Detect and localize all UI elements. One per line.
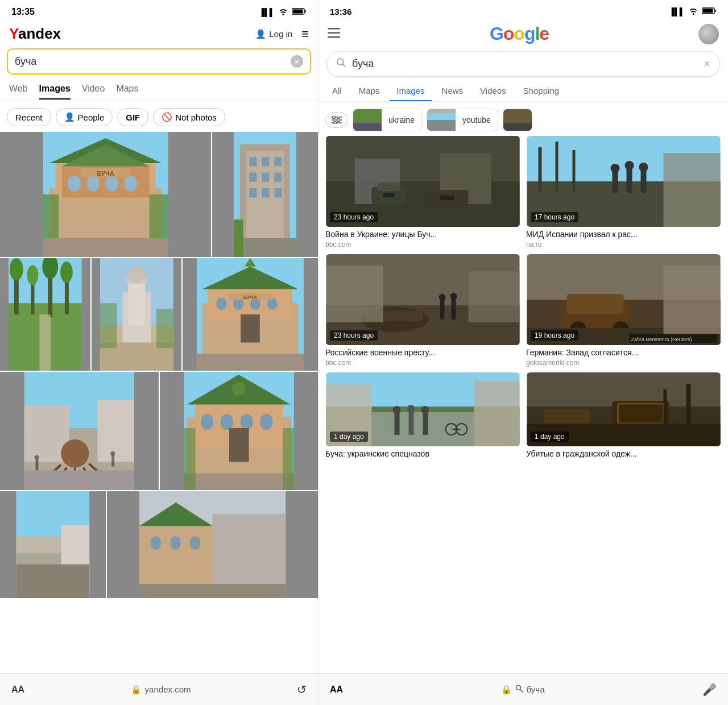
image-row-1: БУЧА (0, 132, 318, 257)
chip-not-photos[interactable]: 🚫 Not photos (153, 108, 225, 126)
svg-point-78 (231, 382, 245, 396)
yandex-status-icons: ▐▌▌ (259, 7, 307, 17)
login-label: Log in (269, 29, 292, 39)
news-image-4: Zahra Bensemra (Reuters) 19 hours ago (526, 254, 721, 345)
tab-videos[interactable]: Videos (473, 81, 513, 101)
tab-video[interactable]: Video (82, 80, 105, 99)
yandex-time: 13:35 (11, 7, 35, 17)
yandex-search-bar[interactable]: × (7, 48, 311, 74)
svg-rect-84 (184, 473, 293, 490)
google-search-input[interactable] (352, 58, 704, 70)
yandex-logo-y: Y (9, 25, 18, 42)
chip-people-label: People (78, 113, 105, 122)
image-cell-park[interactable] (0, 258, 92, 371)
news-timestamp-5: 1 day ago (330, 432, 368, 442)
hamburger-menu[interactable] (328, 27, 340, 42)
news-card-6[interactable]: 1 day ago Убитые в гражданской одеж... (526, 372, 721, 459)
tab-maps[interactable]: Maps (352, 81, 387, 101)
chip-recent[interactable]: Recent (7, 108, 51, 126)
svg-point-149 (450, 293, 457, 300)
image-cell-partial1[interactable] (0, 491, 107, 598)
svg-line-106 (343, 64, 346, 67)
news-card-1[interactable]: 23 hours ago Война в Украине: улицы Буч.… (325, 136, 520, 248)
svg-rect-155 (567, 294, 624, 314)
image-cell-station2[interactable]: БУЧА (183, 258, 318, 371)
svg-rect-28 (275, 188, 282, 198)
news-card-2[interactable]: 17 hours ago МИД Испании призвал к рас..… (526, 136, 721, 248)
image-cell-column[interactable] (92, 258, 183, 371)
svg-rect-182 (686, 384, 691, 435)
tab-images[interactable]: Images (390, 81, 431, 101)
yandex-logo: Yandex (9, 25, 61, 43)
image-cell-street[interactable] (0, 372, 160, 490)
image-row-4 (0, 490, 318, 598)
news-image-2: 17 hours ago (526, 136, 721, 227)
font-size-control-g[interactable]: AA (330, 685, 343, 695)
image-cell-partial2[interactable] (107, 491, 318, 598)
url-text: yandex.com (145, 685, 191, 694)
chip-people[interactable]: 👤 People (56, 108, 113, 126)
news-timestamp-3: 23 hours ago (330, 330, 378, 341)
menu-icon[interactable]: ≡ (301, 27, 309, 42)
people-icon: 👤 (64, 112, 75, 122)
svg-rect-166 (474, 381, 520, 446)
login-button[interactable]: 👤 Log in (255, 29, 292, 39)
news-card-4[interactable]: Zahra Bensemra (Reuters) 19 hours ago Ге… (526, 254, 721, 367)
yandex-clear-button[interactable]: × (291, 55, 303, 68)
svg-point-68 (61, 439, 89, 468)
news-image-1: 23 hours ago (325, 136, 520, 227)
svg-rect-103 (328, 32, 340, 34)
svg-rect-126 (378, 183, 400, 191)
svg-point-110 (333, 116, 336, 119)
google-clear-button[interactable]: × (704, 57, 710, 70)
svg-rect-45 (128, 281, 145, 326)
image-row-3 (0, 371, 318, 490)
signal-icon: ▐▌▌ (669, 7, 685, 16)
microphone-button[interactable]: 🎤 (702, 683, 717, 696)
image-cell-station-main[interactable]: БУЧА (0, 132, 212, 257)
yandex-nav-tabs: Web Images Video Maps (0, 80, 318, 100)
yandex-status-bar: 13:35 ▐▌▌ (0, 0, 318, 22)
svg-rect-119 (503, 123, 532, 131)
news-source-1: bbc.com (325, 240, 520, 248)
svg-rect-85 (184, 428, 195, 490)
news-source-3: bbc.com (325, 359, 520, 367)
google-o1: o (503, 23, 514, 44)
user-avatar[interactable] (698, 24, 719, 44)
tab-web[interactable]: Web (9, 80, 28, 99)
chip-ukraine[interactable]: ukraine (353, 109, 422, 131)
chip-ukraine-label: ukraine (382, 115, 421, 125)
svg-point-172 (421, 406, 429, 414)
image-row-2: БУЧА (0, 257, 318, 371)
tab-shopping[interactable]: Shopping (516, 81, 566, 101)
svg-rect-63 (197, 354, 304, 371)
yandex-header-right: 👤 Log in ≡ (255, 27, 309, 42)
svg-rect-183 (664, 389, 667, 435)
svg-rect-148 (452, 298, 456, 320)
chip-third[interactable] (503, 109, 532, 131)
tab-images[interactable]: Images (39, 80, 71, 99)
image-cell-apartment[interactable] (212, 132, 318, 257)
chip-youtube-image (427, 109, 456, 131)
svg-line-185 (520, 690, 523, 692)
image-cell-station3[interactable] (160, 372, 318, 490)
chip-gif[interactable]: GIF (117, 108, 148, 126)
user-icon: 👤 (255, 29, 266, 39)
news-card-3[interactable]: 23 hours ago Российские военные престу..… (325, 254, 520, 367)
news-card-5[interactable]: 1 day ago Буча: украинские спецназов (325, 372, 520, 459)
svg-rect-80 (221, 414, 233, 430)
font-size-control[interactable]: AA (11, 685, 24, 695)
chip-youtube[interactable]: youtube (427, 109, 498, 131)
svg-rect-134 (573, 150, 576, 193)
svg-rect-70 (35, 459, 38, 471)
refresh-button[interactable]: ↺ (297, 683, 307, 696)
yandex-search-input[interactable] (15, 56, 291, 68)
tab-maps[interactable]: Maps (116, 80, 138, 99)
svg-rect-26 (250, 188, 257, 198)
google-search-bar[interactable]: × (326, 51, 720, 77)
filter-options-button[interactable] (325, 112, 348, 128)
tab-news[interactable]: News (435, 81, 470, 101)
chip-recent-label: Recent (15, 113, 43, 122)
svg-rect-179 (613, 401, 669, 426)
tab-all[interactable]: All (325, 81, 349, 101)
